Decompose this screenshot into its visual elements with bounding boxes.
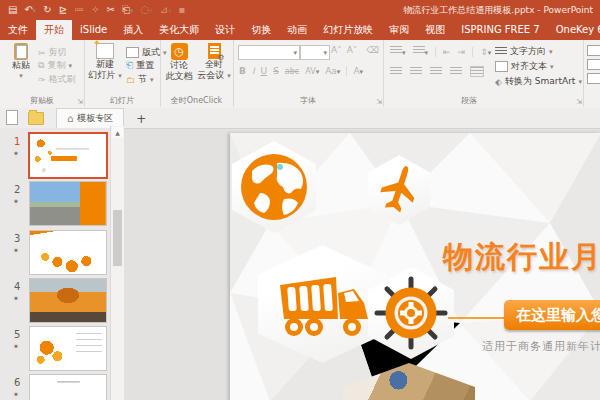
tab-animations[interactable]: 动画 xyxy=(279,20,315,40)
tab-ispring[interactable]: ISPRING FREE 7 xyxy=(453,20,548,40)
window-title: 物流行业工作总结通用模板.pptx - PowerPoint xyxy=(403,0,593,20)
clipboard-dialog-launcher-icon[interactable]: ⇲ xyxy=(77,98,83,106)
redo-icon[interactable]: ↻ xyxy=(43,0,51,20)
brush-icon: ✑ xyxy=(38,75,46,85)
new-document-icon[interactable] xyxy=(6,110,18,125)
paragraph-group-label: 段落 xyxy=(383,95,583,106)
thumbnail-image[interactable] xyxy=(30,375,106,400)
slide-thumbnail-3[interactable]: 3 ✶ xyxy=(0,231,110,279)
tab-islide[interactable]: iSlide xyxy=(72,20,115,40)
section-button[interactable]: 🗀节▾ xyxy=(126,73,154,86)
new-slide-button[interactable]: 新建 幻灯片 ▾ xyxy=(88,43,122,82)
more-commands-icon[interactable]: ▪ xyxy=(179,0,186,20)
shape-gallery-item[interactable] xyxy=(587,45,600,56)
tab-transitions[interactable]: 切换 xyxy=(243,20,279,40)
tab-insert[interactable]: 插入 xyxy=(115,20,151,40)
paste-clipboard-icon xyxy=(14,43,28,60)
connector-line xyxy=(448,317,506,319)
open-folder-icon[interactable] xyxy=(28,112,44,125)
columns-icon xyxy=(470,66,484,77)
clipboard-group-label: 剪贴板 xyxy=(0,95,84,106)
thumbnail-image[interactable] xyxy=(30,327,106,370)
thumbnail-image[interactable] xyxy=(30,134,106,177)
thumbnail-image[interactable] xyxy=(30,182,106,225)
paragraph-dialog-launcher-icon[interactable]: ⇲ xyxy=(576,98,582,106)
paste-icon[interactable]: ⎗▾ xyxy=(122,0,134,21)
title-bar: ▤ ↶▾ ↻ ⊵ ≔ ✧ ✂ ⎗▾ ◌▾ ⊿▾ ▪ 物流行业工作总结通用模板.p… xyxy=(0,0,600,20)
scrollbar-thumb[interactable] xyxy=(113,210,122,266)
align-text-button[interactable]: 对齐文本▾ xyxy=(495,60,554,73)
slides-group-label: 幻灯片 xyxy=(84,95,160,106)
document-tab-active[interactable]: ⌂ 模板专区 xyxy=(56,108,124,128)
slide-canvas[interactable]: 物流行业月度 在这里输入您 适用于商务通用新年计划 xyxy=(230,133,600,400)
start-slideshow-icon[interactable]: ⊵ xyxy=(59,0,67,20)
char-spacing-button: AV▾ xyxy=(305,66,319,76)
smartart-icon: ⬖ xyxy=(495,77,502,87)
decrease-font-icon: A˅ xyxy=(347,45,358,55)
home-icon: ⌂ xyxy=(67,113,73,124)
slide-number: 5 xyxy=(14,329,20,340)
font-dialog-launcher-icon[interactable]: ⇲ xyxy=(376,98,382,106)
subtitle-banner[interactable]: 在这里输入您 xyxy=(504,300,600,330)
tab-home[interactable]: 开始 xyxy=(36,20,72,40)
font-color-button: A▾ xyxy=(346,66,363,76)
font-size-combobox[interactable]: ▾ xyxy=(300,45,330,60)
scissors-icon: ✂ xyxy=(38,48,46,58)
tab-review[interactable]: 审阅 xyxy=(381,20,417,40)
slide-subtitle[interactable]: 适用于商务通用新年计划 xyxy=(482,339,600,354)
tab-design[interactable]: 设计 xyxy=(207,20,243,40)
tab-file[interactable]: 文件 xyxy=(0,20,36,40)
reset-button[interactable]: ⎗重置 xyxy=(126,59,154,72)
new-slide-icon xyxy=(96,43,114,59)
thumbnail-scrollbar[interactable]: ▲ xyxy=(110,126,124,400)
slide-thumbnail-5[interactable]: 5 ✶ xyxy=(0,327,110,375)
align-center-icon xyxy=(410,67,422,76)
cut-icon[interactable]: ✂ xyxy=(107,0,115,20)
shape-icon: ◌▾ xyxy=(140,0,152,21)
align-row xyxy=(390,66,484,77)
add-tab-button[interactable]: + xyxy=(132,112,150,126)
cloud-meeting-button[interactable]: 全时 云会议 ▾ xyxy=(197,43,231,82)
discuss-document-button[interactable]: ◷ 讨论 此文档 xyxy=(163,43,195,82)
slide-thumbnail-1[interactable]: 1 ✶ xyxy=(0,134,110,182)
clear-format-button: abc xyxy=(285,67,299,76)
paragraph-group: ▾ ▾ ⇤ ⇥ ⇕▾ 文字方向▾ 对齐文本▾ ⬖ xyxy=(383,40,584,107)
line-spacing-icon: ⇕▾ xyxy=(472,47,491,57)
bold-button: B xyxy=(239,66,246,76)
clear-formatting-icon: ⌫ xyxy=(366,45,379,55)
tab-view[interactable]: 视图 xyxy=(417,20,453,40)
document-tab-bar: ⌂ 模板专区 + xyxy=(0,108,600,129)
undo-icon[interactable]: ↶▾ xyxy=(24,0,36,21)
shape-gallery-item[interactable] xyxy=(587,73,600,84)
font-name-combobox[interactable]: ▾ xyxy=(238,45,300,60)
paste-button[interactable]: 粘贴 ▾ xyxy=(6,43,36,82)
document-tab-label: 模板专区 xyxy=(77,112,113,125)
slides-group: 新建 幻灯片 ▾ 版式▾ ⎗重置 🗀节▾ 幻灯片 xyxy=(84,40,161,107)
slide-thumbnail-2[interactable]: 2 ✶ xyxy=(0,182,110,230)
slide-title[interactable]: 物流行业月度 xyxy=(443,237,600,278)
align-text-icon xyxy=(495,61,508,72)
decrease-indent-icon: ⇤ xyxy=(435,47,451,57)
copy-button: ⧉复制▾ xyxy=(38,59,72,72)
tab-onekey[interactable]: OneKey 6 Pro xyxy=(548,20,600,40)
animation-star-icon: ✶ xyxy=(13,343,19,351)
font-grow-shrink: A˄ A˅ ⌫ xyxy=(331,45,379,55)
underline-button: U xyxy=(261,66,268,76)
save-icon[interactable]: ▤ xyxy=(8,0,17,20)
section-icon: 🗀 xyxy=(126,75,135,85)
paste-dropdown-icon[interactable]: ▾ xyxy=(19,71,23,82)
text-direction-button[interactable]: 文字方向▾ xyxy=(495,45,553,58)
scroll-up-icon[interactable]: ▲ xyxy=(112,127,123,138)
copy-icon: ⧉ xyxy=(38,60,44,71)
thumbnail-image[interactable] xyxy=(30,279,106,322)
slide-thumbnail-4[interactable]: 4 ✶ xyxy=(0,279,110,327)
thumbnail-image[interactable] xyxy=(30,231,106,274)
slide-thumbnail-6[interactable]: 6 ✶ xyxy=(0,375,110,400)
tab-slideshow[interactable]: 幻灯片放映 xyxy=(315,20,381,40)
tab-beautify[interactable]: 美化大师 xyxy=(151,20,207,40)
powerpoint-window: ▤ ↶▾ ↻ ⊵ ≔ ✧ ✂ ⎗▾ ◌▾ ⊿▾ ▪ 物流行业工作总结通用模板.p… xyxy=(0,0,600,400)
reset-icon: ⎗ xyxy=(126,60,133,71)
smartart-button[interactable]: ⬖ 转换为 SmartArt▾ xyxy=(495,75,582,88)
shape-gallery-item[interactable] xyxy=(587,59,600,70)
animation-star-icon: ✶ xyxy=(13,150,19,158)
